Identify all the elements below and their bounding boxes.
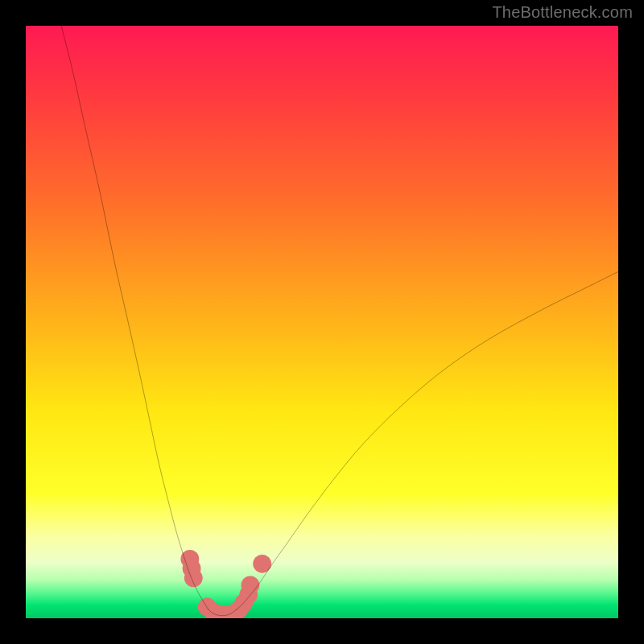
chart-frame: TheBottleneck.com <box>0 0 644 644</box>
highlight-dot <box>184 569 203 588</box>
highlight-dot <box>242 576 260 594</box>
plot-area <box>26 26 618 618</box>
watermark-text: TheBottleneck.com <box>492 3 633 22</box>
curve-layer <box>26 26 618 618</box>
highlight-dot <box>253 555 271 573</box>
bottleneck-curve <box>61 26 618 616</box>
marker-group <box>180 550 271 618</box>
